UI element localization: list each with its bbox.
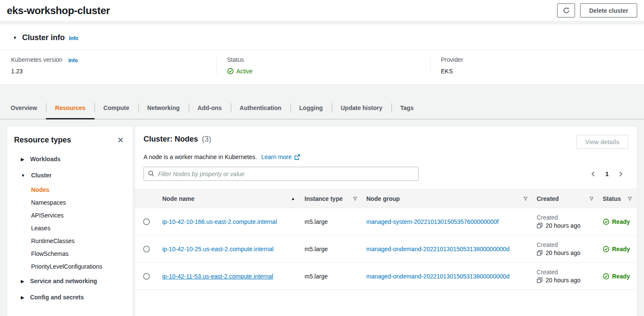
provider-label: Provider <box>441 56 644 63</box>
sidebar-group-service-and-networking[interactable]: ▶ Service and networking <box>14 273 126 289</box>
pagination: 1 <box>590 171 628 177</box>
status-value: Active <box>227 68 430 75</box>
status-label: Status <box>227 56 430 63</box>
tab-add-ons[interactable]: Add-ons <box>189 97 231 119</box>
node-group-link[interactable]: managed-ondemand-20221013015053138000000… <box>366 246 509 252</box>
page-header: eks-workshop-cluster Delete cluster <box>0 0 644 21</box>
kubernetes-version-label: Kubernetes version Info <box>11 56 216 63</box>
cluster-info-body: Kubernetes version Info 1.23 Status Acti… <box>0 51 644 84</box>
provider-value: EKS <box>441 68 644 75</box>
instance-type-cell: m5.large <box>300 246 362 252</box>
created-cell: Created 20 hours ago <box>532 214 598 229</box>
chevron-left-icon <box>590 171 597 177</box>
kubernetes-version-info-link[interactable]: Info <box>69 58 78 64</box>
current-page[interactable]: 1 <box>605 171 609 177</box>
column-header-status[interactable]: Status ▽ <box>598 189 637 208</box>
sort-icon[interactable]: ▽ <box>590 196 593 201</box>
sidebar-group-cluster[interactable]: ▼ Cluster <box>14 167 126 183</box>
node-group-link[interactable]: managed-ondemand-20221013015053138000000… <box>366 273 509 280</box>
instance-type-cell: m5.large <box>300 273 362 280</box>
row-radio-button[interactable] <box>143 273 150 280</box>
chevron-right-icon: ▶ <box>21 295 24 300</box>
sidebar-group-config-and-secrets[interactable]: ▶ Config and secrets <box>14 289 126 305</box>
sort-icon[interactable]: ▽ <box>524 196 527 201</box>
status-cell: Ready <box>598 273 637 280</box>
delete-cluster-button[interactable]: Delete cluster <box>580 3 637 17</box>
instance-type-cell: m5.large <box>300 218 362 225</box>
check-circle-icon <box>603 218 610 225</box>
node-group-link[interactable]: managed-system-2022101301505357600000000… <box>366 218 499 225</box>
sidebar-item-nodes[interactable]: Nodes <box>31 183 126 196</box>
copy-icon[interactable] <box>537 250 543 256</box>
table-header-row: Node name ▲ Instance type ▽ Node group ▽… <box>135 189 637 208</box>
status-cell: Ready <box>598 218 637 225</box>
tab-authentication[interactable]: Authentication <box>231 97 290 119</box>
close-icon[interactable]: ✕ <box>115 135 126 145</box>
node-name-link[interactable]: ip-10-42-10-25.us-east-2.compute.interna… <box>162 246 273 252</box>
table-row: ip-10-42-11-53.us-east-2.compute.interna… <box>135 263 637 290</box>
resource-types-sidebar: Resource types ✕ ▶ Workloads ▼ Cluster N… <box>7 126 133 316</box>
cluster-info-info-link[interactable]: Info <box>69 35 78 41</box>
check-circle-icon <box>603 273 610 280</box>
tab-networking[interactable]: Networking <box>138 97 189 119</box>
provider-field: Provider EKS <box>430 56 644 75</box>
header-actions: Delete cluster <box>557 3 637 17</box>
external-link-icon <box>294 154 300 160</box>
tab-tags[interactable]: Tags <box>391 97 423 119</box>
tab-update-history[interactable]: Update history <box>332 97 391 119</box>
sort-ascending-icon[interactable]: ▲ <box>291 196 295 201</box>
resource-type-list: ▶ Workloads ▼ Cluster Nodes Namespaces A… <box>14 151 126 305</box>
nodes-table: Node name ▲ Instance type ▽ Node group ▽… <box>135 189 637 290</box>
panel-description: A node is a worker machine in Kubernetes… <box>144 154 257 160</box>
cluster-info-header[interactable]: ▼ Cluster info Info <box>0 24 644 51</box>
column-header-instance-type[interactable]: Instance type ▽ <box>300 189 362 208</box>
check-circle-icon <box>603 246 610 252</box>
tab-overview[interactable]: Overview <box>2 97 46 119</box>
chevron-right-icon: ▶ <box>21 279 24 284</box>
chevron-right-icon <box>617 171 624 177</box>
chevron-down-icon[interactable]: ▼ <box>13 35 17 40</box>
panel-title: Cluster: Nodes (3) <box>144 135 211 144</box>
copy-icon[interactable] <box>537 277 543 283</box>
status-field: Status Active <box>216 56 430 75</box>
status-cell: Ready <box>598 246 637 252</box>
chevron-down-icon: ▼ <box>21 173 25 178</box>
next-page-button[interactable] <box>617 171 624 177</box>
copy-icon[interactable] <box>537 223 543 229</box>
chevron-right-icon: ▶ <box>21 157 24 162</box>
kubernetes-version-value: 1.23 <box>11 68 216 75</box>
learn-more-link[interactable]: Learn more <box>261 154 300 160</box>
check-circle-icon <box>227 68 234 75</box>
sidebar-item-apiservices[interactable]: APIServices <box>31 209 126 222</box>
view-details-button[interactable]: View details <box>576 135 628 149</box>
tab-resources[interactable]: Resources <box>46 97 95 119</box>
cluster-info-title: Cluster info <box>22 33 65 42</box>
sort-icon[interactable]: ▽ <box>354 196 357 201</box>
node-name-link[interactable]: ip-10-42-10-166.us-east-2.compute.intern… <box>162 218 277 225</box>
previous-page-button[interactable] <box>590 171 597 177</box>
sidebar-group-workloads[interactable]: ▶ Workloads <box>14 151 126 167</box>
filter-nodes-input[interactable] <box>144 167 419 181</box>
sort-icon[interactable]: ▽ <box>628 196 632 201</box>
sidebar-item-leases[interactable]: Leases <box>31 222 126 235</box>
tab-logging[interactable]: Logging <box>290 97 332 119</box>
table-row: ip-10-42-10-25.us-east-2.compute.interna… <box>135 235 637 263</box>
page-title: eks-workshop-cluster <box>7 5 110 17</box>
column-header-node-name[interactable]: Node name ▲ <box>158 189 300 208</box>
sidebar-item-flowschemas[interactable]: FlowSchemas <box>31 247 126 260</box>
cluster-info-section: ▼ Cluster info Info Kubernetes version I… <box>0 24 644 85</box>
sidebar-item-runtimeclasses[interactable]: RuntimeClasses <box>31 235 126 247</box>
sidebar-item-namespaces[interactable]: Namespaces <box>31 196 126 209</box>
node-name-link[interactable]: ip-10-42-11-53.us-east-2.compute.interna… <box>162 273 273 280</box>
column-header-node-group[interactable]: Node group ▽ <box>362 189 532 208</box>
node-count: (3) <box>202 135 211 143</box>
column-header-created[interactable]: Created ▽ <box>532 189 598 208</box>
sidebar-title: Resource types <box>14 136 71 145</box>
tab-compute[interactable]: Compute <box>95 97 138 119</box>
created-cell: Created 20 hours ago <box>532 269 598 284</box>
row-radio-button[interactable] <box>143 218 150 225</box>
row-radio-button[interactable] <box>143 246 150 252</box>
table-row: ip-10-42-10-166.us-east-2.compute.intern… <box>135 208 637 235</box>
sidebar-item-prioritylevelconfigurations[interactable]: PriorityLevelConfigurations <box>31 260 126 273</box>
refresh-button[interactable] <box>557 3 575 17</box>
